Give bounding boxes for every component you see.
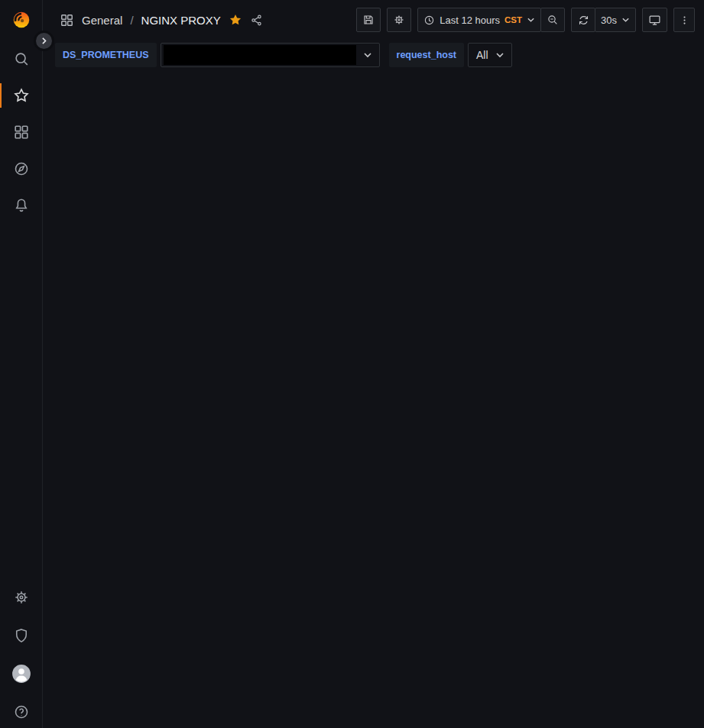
timezone-label: CST <box>504 15 522 24</box>
variable-value-dropdown[interactable]: All <box>468 43 512 67</box>
variable-value: All <box>476 49 488 61</box>
chevron-down-icon <box>621 17 630 23</box>
sidebar-item-help[interactable] <box>0 703 43 721</box>
redacted-value <box>164 45 356 65</box>
kebab-menu-icon <box>679 15 690 26</box>
more-options-button[interactable] <box>673 8 695 32</box>
variable-label: DS_PROMETHEUS <box>55 43 157 67</box>
shield-icon <box>13 627 30 644</box>
refresh-icon <box>578 15 589 26</box>
zoom-out-icon <box>547 14 559 26</box>
chevron-down-icon <box>527 17 535 23</box>
help-icon <box>13 704 30 720</box>
dashboard-grid-icon[interactable] <box>60 13 74 28</box>
gear-icon <box>393 14 405 26</box>
sidebar-item-dashboards[interactable] <box>0 123 43 141</box>
dashboard-settings-button[interactable] <box>387 8 411 32</box>
sidebar-item-alerting[interactable] <box>0 196 43 215</box>
breadcrumb: General / NGINX PROXY <box>60 13 263 28</box>
clock-icon <box>423 15 435 26</box>
refresh-button[interactable] <box>571 8 595 32</box>
top-nav: General / NGINX PROXY Last 12 hours CST <box>43 0 704 40</box>
sidebar-item-server-admin[interactable] <box>0 626 43 645</box>
search-icon <box>13 50 30 67</box>
sidebar-item-configuration[interactable] <box>0 588 43 607</box>
sidebar-item-explore[interactable] <box>0 160 43 178</box>
star-icon <box>13 87 30 104</box>
dashboard-canvas: 1xx - 3xx - 2xx Status Code (6 panels) 4… <box>43 75 66 81</box>
cycle-view-mode-button[interactable] <box>642 8 667 32</box>
sidebar <box>0 0 43 728</box>
variable-value-dropdown[interactable] <box>161 43 380 67</box>
sidebar-item-search[interactable] <box>0 50 43 68</box>
sidebar-item-starred[interactable] <box>0 86 43 105</box>
time-range-label: Last 12 hours <box>440 15 500 26</box>
variable-ds-prometheus: DS_PROMETHEUS <box>55 43 380 67</box>
variable-request-host: request_host All <box>389 43 512 67</box>
grafana-logo[interactable] <box>0 11 43 29</box>
variables-row: DS_PROMETHEUS request_host All <box>43 40 704 75</box>
breadcrumb-separator: / <box>130 14 133 27</box>
sidebar-expand-button[interactable] <box>34 31 54 51</box>
share-icon[interactable] <box>250 14 263 27</box>
favorite-star-icon[interactable] <box>229 13 242 27</box>
refresh-interval-picker[interactable]: 30s <box>595 8 636 32</box>
dashboard-title[interactable]: NGINX PROXY <box>141 14 221 27</box>
compass-icon <box>13 160 30 177</box>
variable-label: request_host <box>389 43 465 67</box>
bell-icon <box>13 197 30 214</box>
breadcrumb-folder[interactable]: General <box>82 14 122 27</box>
monitor-icon <box>648 14 661 27</box>
apps-grid-icon <box>13 124 30 141</box>
chevron-down-icon <box>495 52 504 58</box>
zoom-out-time-button[interactable] <box>540 8 565 32</box>
refresh-interval-label: 30s <box>601 15 617 26</box>
chevron-down-icon <box>363 52 372 58</box>
save-icon <box>362 14 375 26</box>
gear-icon <box>13 589 30 606</box>
time-range-picker[interactable]: Last 12 hours CST <box>417 8 541 32</box>
save-dashboard-button[interactable] <box>356 8 381 32</box>
avatar <box>11 664 31 684</box>
sidebar-item-profile[interactable] <box>0 665 43 683</box>
chevron-right-icon <box>39 36 49 46</box>
